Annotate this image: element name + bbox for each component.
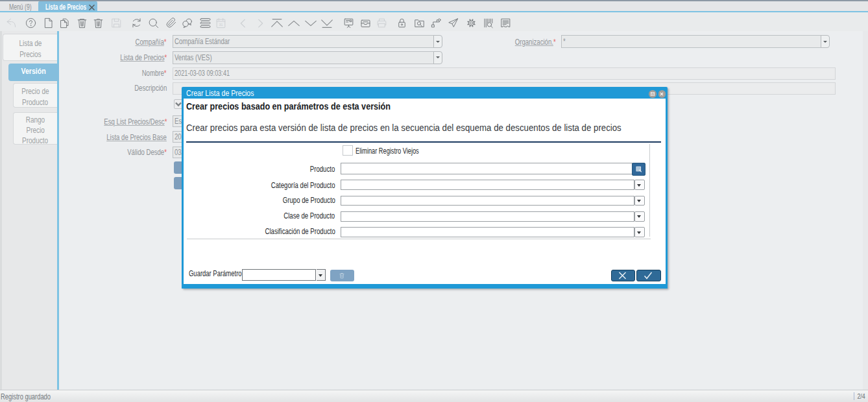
svg-text:31: 31 <box>219 23 223 27</box>
